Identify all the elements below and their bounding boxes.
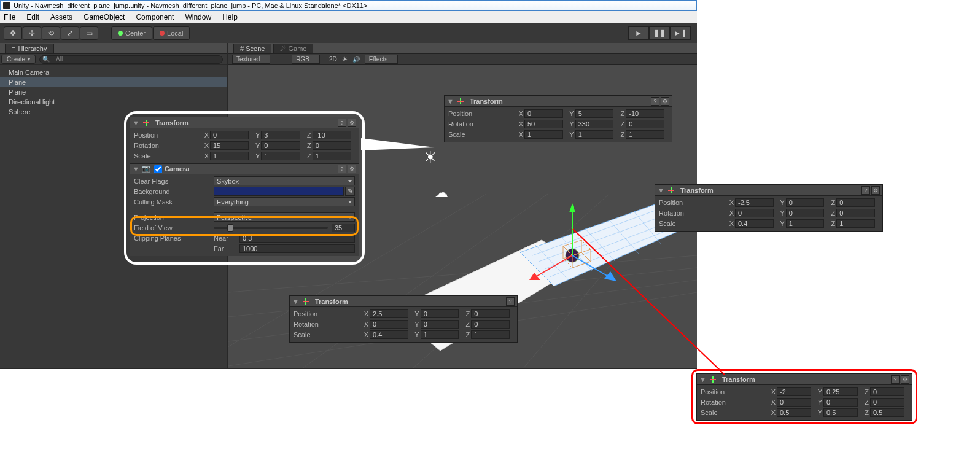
foldout-icon[interactable]: ▼ [658, 187, 664, 194]
field-pos-z[interactable]: -10 [626, 109, 664, 118]
hierarchy-item[interactable]: Main Camera [0, 68, 227, 77]
component-header-camera[interactable]: ▼ 📷 Camera ? ⚙ [130, 163, 359, 174]
field-rot-x[interactable]: 50 [524, 120, 563, 128]
mode-2d-toggle[interactable]: 2D [329, 56, 337, 63]
hierarchy-tab[interactable]: ≡Hierarchy [5, 44, 54, 53]
create-button[interactable]: Create▾ [1, 55, 36, 64]
field-pos-x[interactable]: -2 [777, 387, 811, 396]
help-icon[interactable]: ? [338, 165, 346, 173]
menu-window[interactable]: Window [185, 13, 211, 21]
help-icon[interactable]: ? [891, 375, 900, 384]
field-scl-x[interactable]: 0.5 [777, 408, 811, 417]
shading-dropdown[interactable]: Textured [232, 55, 270, 64]
tab-scene[interactable]: # Scene [233, 44, 271, 53]
pivot-center-button[interactable]: Center [111, 26, 152, 40]
gear-icon[interactable]: ⚙ [661, 97, 669, 106]
dropdown-clear-flags[interactable]: Skybox [214, 176, 355, 185]
field-scl-z[interactable]: 1 [626, 130, 664, 139]
foldout-icon[interactable]: ▼ [133, 165, 139, 173]
hierarchy-item[interactable]: Directional light [0, 97, 227, 107]
color-background[interactable] [214, 187, 344, 196]
field-scl-y[interactable]: 1 [261, 152, 300, 160]
field-rot-y[interactable]: 0 [786, 209, 825, 217]
slider-fov[interactable] [214, 227, 328, 229]
menu-file[interactable]: File [4, 13, 15, 21]
field-rot-x[interactable]: 0 [370, 320, 408, 329]
field-scl-z[interactable]: 0.5 [870, 408, 904, 417]
field-pos-z[interactable]: 0 [870, 387, 904, 396]
camera-enabled-checkbox[interactable] [154, 165, 162, 173]
field-scl-y[interactable]: 1 [786, 219, 825, 228]
field-scl-x[interactable]: 1 [524, 130, 563, 139]
gear-icon[interactable]: ⚙ [348, 165, 356, 173]
play-button[interactable]: ► [628, 26, 649, 40]
field-fov[interactable]: 35 [332, 224, 355, 232]
field-rot-z[interactable]: 0 [836, 209, 875, 217]
menu-gameobject[interactable]: GameObject [84, 13, 125, 21]
field-rot-y[interactable]: 0 [823, 398, 858, 407]
field-rot-z[interactable]: 0 [313, 141, 351, 150]
field-rot-x[interactable]: 0 [735, 209, 774, 217]
field-pos-x[interactable]: 0 [524, 109, 563, 118]
audio-toggle-icon[interactable]: 🔊 [352, 56, 360, 63]
menu-assets[interactable]: Assets [50, 13, 72, 21]
field-near[interactable]: 0.3 [239, 234, 355, 243]
field-pos-y[interactable]: 5 [575, 109, 614, 118]
field-scl-z[interactable]: 1 [313, 152, 351, 160]
component-header[interactable]: ▼ Transform ? ⚙ [445, 96, 672, 107]
field-rot-z[interactable]: 0 [870, 398, 904, 407]
field-pos-y[interactable]: 3 [261, 131, 300, 139]
field-scl-x[interactable]: 0.4 [735, 219, 774, 228]
field-pos-y[interactable]: 0 [786, 198, 825, 207]
rect-tool[interactable]: ▭ [80, 26, 98, 40]
field-pos-x[interactable]: -2.5 [735, 198, 774, 207]
dropdown-projection[interactable]: Perspective [214, 212, 355, 222]
field-pos-y[interactable]: 0.25 [823, 387, 858, 396]
tab-game[interactable]: ☄ Game [273, 44, 313, 53]
menu-component[interactable]: Component [136, 13, 174, 21]
render-dropdown[interactable]: RGB [292, 55, 320, 64]
field-rot-x[interactable]: 0 [777, 398, 811, 407]
field-scl-x[interactable]: 0.4 [370, 330, 408, 339]
field-rot-y[interactable]: 0 [261, 141, 300, 150]
field-rot-z[interactable]: 0 [626, 120, 664, 128]
field-pos-z[interactable]: 0 [836, 198, 875, 207]
field-scl-z[interactable]: 1 [836, 219, 875, 228]
field-pos-x[interactable]: 2.5 [370, 309, 408, 318]
gear-icon[interactable]: ⚙ [871, 186, 880, 195]
foldout-icon[interactable]: ▼ [699, 376, 706, 383]
field-pos-x[interactable]: 0 [210, 131, 249, 139]
dropdown-culling[interactable]: Everything [214, 197, 355, 206]
component-header[interactable]: ▼ Transform ? ⚙ [697, 374, 912, 385]
field-scl-x[interactable]: 1 [210, 152, 249, 160]
gear-icon[interactable]: ⚙ [901, 375, 909, 384]
component-header[interactable]: ▼ Transform ? ⚙ [130, 117, 359, 128]
pause-button[interactable]: ❚❚ [649, 26, 670, 40]
rotate-tool[interactable]: ⟲ [42, 26, 60, 40]
foldout-icon[interactable]: ▼ [133, 119, 139, 126]
hierarchy-item[interactable]: Plane [0, 77, 227, 87]
hierarchy-search[interactable]: 🔍All [39, 55, 223, 64]
camera-gizmo-icon[interactable]: ☁ [435, 185, 448, 201]
component-header[interactable]: ▼ Transform ? [290, 296, 517, 307]
field-rot-z[interactable]: 0 [471, 320, 510, 329]
lighting-toggle-icon[interactable]: ☀ [342, 56, 348, 63]
field-rot-y[interactable]: 0 [421, 320, 459, 329]
color-picker-icon[interactable]: ✎ [345, 187, 355, 196]
step-button[interactable]: ►❚ [670, 26, 691, 40]
gear-icon[interactable]: ⚙ [348, 119, 356, 127]
menu-edit[interactable]: Edit [26, 13, 39, 21]
field-far[interactable]: 1000 [239, 244, 355, 253]
foldout-icon[interactable]: ▼ [292, 298, 299, 305]
field-scl-y[interactable]: 1 [421, 330, 459, 339]
field-pos-z[interactable]: 0 [471, 309, 510, 318]
effects-dropdown[interactable]: Effects [365, 55, 398, 64]
field-pos-y[interactable]: 0 [421, 309, 459, 318]
menu-help[interactable]: Help [222, 13, 238, 21]
hierarchy-item[interactable]: Plane [0, 87, 227, 97]
move-tool[interactable]: ✢ [23, 26, 41, 40]
component-header[interactable]: ▼ Transform ? ⚙ [655, 185, 882, 196]
help-icon[interactable]: ? [338, 119, 346, 127]
help-icon[interactable]: ? [861, 186, 870, 195]
foldout-icon[interactable]: ▼ [447, 98, 454, 105]
